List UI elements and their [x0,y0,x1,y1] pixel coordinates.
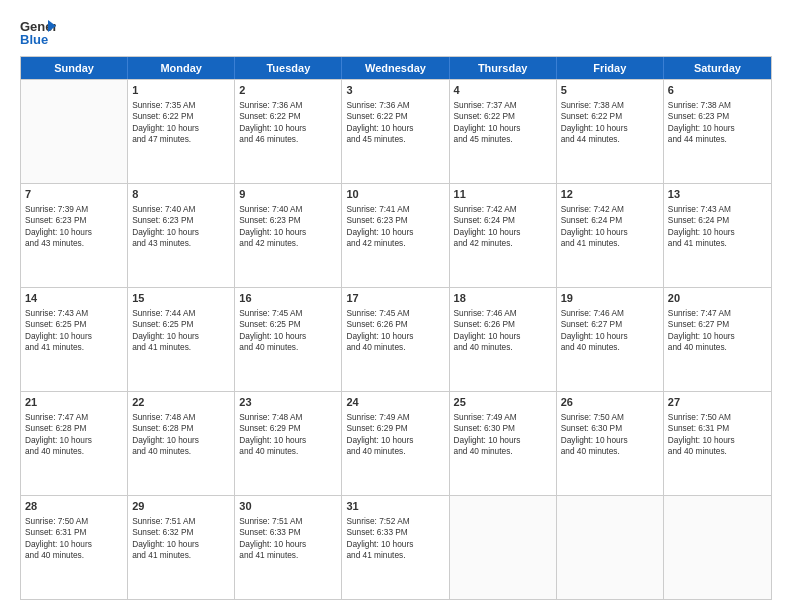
logo: General Blue [20,18,56,46]
day-number: 31 [346,499,444,514]
day-number: 21 [25,395,123,410]
calendar-cell: 3Sunrise: 7:36 AMSunset: 6:22 PMDaylight… [342,80,449,183]
cell-info: Sunrise: 7:40 AMSunset: 6:23 PMDaylight:… [239,204,337,250]
calendar-cell: 16Sunrise: 7:45 AMSunset: 6:25 PMDayligh… [235,288,342,391]
cell-info: Sunrise: 7:47 AMSunset: 6:28 PMDaylight:… [25,412,123,458]
cell-info: Sunrise: 7:45 AMSunset: 6:26 PMDaylight:… [346,308,444,354]
calendar-cell [450,496,557,599]
cell-info: Sunrise: 7:45 AMSunset: 6:25 PMDaylight:… [239,308,337,354]
calendar-cell [664,496,771,599]
cell-info: Sunrise: 7:49 AMSunset: 6:29 PMDaylight:… [346,412,444,458]
cell-info: Sunrise: 7:48 AMSunset: 6:28 PMDaylight:… [132,412,230,458]
cell-info: Sunrise: 7:42 AMSunset: 6:24 PMDaylight:… [454,204,552,250]
calendar-cell: 24Sunrise: 7:49 AMSunset: 6:29 PMDayligh… [342,392,449,495]
cell-info: Sunrise: 7:48 AMSunset: 6:29 PMDaylight:… [239,412,337,458]
page: General Blue SundayMondayTuesdayWednesda… [0,0,792,612]
cell-info: Sunrise: 7:43 AMSunset: 6:24 PMDaylight:… [668,204,767,250]
day-number: 28 [25,499,123,514]
calendar-cell: 28Sunrise: 7:50 AMSunset: 6:31 PMDayligh… [21,496,128,599]
calendar-cell: 4Sunrise: 7:37 AMSunset: 6:22 PMDaylight… [450,80,557,183]
calendar-row: 14Sunrise: 7:43 AMSunset: 6:25 PMDayligh… [21,287,771,391]
weekday-header: Saturday [664,57,771,79]
day-number: 7 [25,187,123,202]
cell-info: Sunrise: 7:43 AMSunset: 6:25 PMDaylight:… [25,308,123,354]
cell-info: Sunrise: 7:40 AMSunset: 6:23 PMDaylight:… [132,204,230,250]
cell-info: Sunrise: 7:46 AMSunset: 6:26 PMDaylight:… [454,308,552,354]
day-number: 12 [561,187,659,202]
day-number: 20 [668,291,767,306]
calendar-cell: 31Sunrise: 7:52 AMSunset: 6:33 PMDayligh… [342,496,449,599]
calendar-cell: 9Sunrise: 7:40 AMSunset: 6:23 PMDaylight… [235,184,342,287]
day-number: 18 [454,291,552,306]
weekday-header: Monday [128,57,235,79]
cell-info: Sunrise: 7:42 AMSunset: 6:24 PMDaylight:… [561,204,659,250]
weekday-header: Thursday [450,57,557,79]
calendar-cell: 5Sunrise: 7:38 AMSunset: 6:22 PMDaylight… [557,80,664,183]
calendar-cell: 17Sunrise: 7:45 AMSunset: 6:26 PMDayligh… [342,288,449,391]
day-number: 26 [561,395,659,410]
calendar-cell: 19Sunrise: 7:46 AMSunset: 6:27 PMDayligh… [557,288,664,391]
calendar-row: 7Sunrise: 7:39 AMSunset: 6:23 PMDaylight… [21,183,771,287]
calendar-cell: 1Sunrise: 7:35 AMSunset: 6:22 PMDaylight… [128,80,235,183]
day-number: 13 [668,187,767,202]
day-number: 17 [346,291,444,306]
calendar-cell: 8Sunrise: 7:40 AMSunset: 6:23 PMDaylight… [128,184,235,287]
day-number: 1 [132,83,230,98]
weekday-header: Friday [557,57,664,79]
calendar-cell: 11Sunrise: 7:42 AMSunset: 6:24 PMDayligh… [450,184,557,287]
cell-info: Sunrise: 7:49 AMSunset: 6:30 PMDaylight:… [454,412,552,458]
calendar-cell: 18Sunrise: 7:46 AMSunset: 6:26 PMDayligh… [450,288,557,391]
day-number: 23 [239,395,337,410]
calendar: SundayMondayTuesdayWednesdayThursdayFrid… [20,56,772,600]
day-number: 9 [239,187,337,202]
calendar-cell: 25Sunrise: 7:49 AMSunset: 6:30 PMDayligh… [450,392,557,495]
day-number: 15 [132,291,230,306]
calendar-cell: 21Sunrise: 7:47 AMSunset: 6:28 PMDayligh… [21,392,128,495]
cell-info: Sunrise: 7:50 AMSunset: 6:31 PMDaylight:… [668,412,767,458]
day-number: 2 [239,83,337,98]
day-number: 19 [561,291,659,306]
day-number: 22 [132,395,230,410]
header: General Blue [20,18,772,46]
calendar-cell: 15Sunrise: 7:44 AMSunset: 6:25 PMDayligh… [128,288,235,391]
cell-info: Sunrise: 7:36 AMSunset: 6:22 PMDaylight:… [346,100,444,146]
cell-info: Sunrise: 7:38 AMSunset: 6:22 PMDaylight:… [561,100,659,146]
weekday-header: Wednesday [342,57,449,79]
calendar-header: SundayMondayTuesdayWednesdayThursdayFrid… [21,57,771,79]
calendar-cell: 29Sunrise: 7:51 AMSunset: 6:32 PMDayligh… [128,496,235,599]
calendar-cell: 7Sunrise: 7:39 AMSunset: 6:23 PMDaylight… [21,184,128,287]
day-number: 8 [132,187,230,202]
cell-info: Sunrise: 7:41 AMSunset: 6:23 PMDaylight:… [346,204,444,250]
day-number: 14 [25,291,123,306]
day-number: 5 [561,83,659,98]
day-number: 30 [239,499,337,514]
calendar-cell [557,496,664,599]
calendar-cell: 6Sunrise: 7:38 AMSunset: 6:23 PMDaylight… [664,80,771,183]
day-number: 27 [668,395,767,410]
day-number: 24 [346,395,444,410]
cell-info: Sunrise: 7:50 AMSunset: 6:30 PMDaylight:… [561,412,659,458]
calendar-row: 28Sunrise: 7:50 AMSunset: 6:31 PMDayligh… [21,495,771,599]
cell-info: Sunrise: 7:47 AMSunset: 6:27 PMDaylight:… [668,308,767,354]
cell-info: Sunrise: 7:39 AMSunset: 6:23 PMDaylight:… [25,204,123,250]
day-number: 4 [454,83,552,98]
cell-info: Sunrise: 7:46 AMSunset: 6:27 PMDaylight:… [561,308,659,354]
calendar-body: 1Sunrise: 7:35 AMSunset: 6:22 PMDaylight… [21,79,771,599]
cell-info: Sunrise: 7:52 AMSunset: 6:33 PMDaylight:… [346,516,444,562]
calendar-row: 1Sunrise: 7:35 AMSunset: 6:22 PMDaylight… [21,79,771,183]
day-number: 25 [454,395,552,410]
cell-info: Sunrise: 7:51 AMSunset: 6:32 PMDaylight:… [132,516,230,562]
cell-info: Sunrise: 7:51 AMSunset: 6:33 PMDaylight:… [239,516,337,562]
calendar-row: 21Sunrise: 7:47 AMSunset: 6:28 PMDayligh… [21,391,771,495]
calendar-cell: 30Sunrise: 7:51 AMSunset: 6:33 PMDayligh… [235,496,342,599]
logo-icon: General Blue [20,18,56,46]
cell-info: Sunrise: 7:38 AMSunset: 6:23 PMDaylight:… [668,100,767,146]
weekday-header: Tuesday [235,57,342,79]
cell-info: Sunrise: 7:50 AMSunset: 6:31 PMDaylight:… [25,516,123,562]
svg-text:Blue: Blue [20,32,48,46]
cell-info: Sunrise: 7:35 AMSunset: 6:22 PMDaylight:… [132,100,230,146]
weekday-header: Sunday [21,57,128,79]
day-number: 3 [346,83,444,98]
calendar-cell: 13Sunrise: 7:43 AMSunset: 6:24 PMDayligh… [664,184,771,287]
calendar-cell: 2Sunrise: 7:36 AMSunset: 6:22 PMDaylight… [235,80,342,183]
